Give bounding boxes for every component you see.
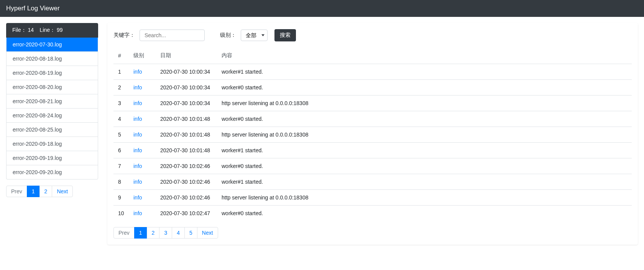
- file-list-item[interactable]: error-2020-09-20.log: [7, 165, 98, 179]
- table-row: 2info2020-07-30 10:00:34worker#0 started…: [113, 80, 632, 95]
- cell-date: 2020-07-30 10:02:46: [156, 174, 217, 190]
- file-list-item[interactable]: error-2020-08-25.log: [7, 122, 98, 137]
- filter-row: 关键字： 级别： 全部 搜索: [113, 29, 632, 41]
- cell-level: info: [129, 206, 156, 221]
- log-table: # 级别 日期 内容 1info2020-07-30 10:00:34worke…: [113, 48, 632, 221]
- cell-index: 4: [113, 111, 129, 127]
- th-date: 日期: [156, 48, 217, 64]
- table-row: 7info2020-07-30 10:02:46worker#0 started…: [113, 158, 632, 174]
- cell-content: worker#1 started.: [217, 64, 632, 80]
- table-row: 10info2020-07-30 10:02:47worker#0 starte…: [113, 206, 632, 221]
- main-container: File： 14 Line： 99 error-2020-07-30.loger…: [0, 17, 644, 251]
- cell-date: 2020-07-30 10:02:46: [156, 190, 217, 206]
- table-row: 8info2020-07-30 10:02:46worker#1 started…: [113, 174, 632, 190]
- main-panel: 关键字： 级别： 全部 搜索 # 级别 日期 内容 1info2020-07-3…: [107, 23, 638, 245]
- cell-level: info: [129, 174, 156, 190]
- cell-content: worker#1 started.: [217, 174, 632, 190]
- cell-content: worker#0 started.: [217, 111, 632, 127]
- pagination-item[interactable]: 1: [134, 227, 147, 239]
- pagination-item[interactable]: 3: [159, 227, 172, 239]
- file-list-item[interactable]: error-2020-08-19.log: [7, 66, 98, 80]
- table-row: 4info2020-07-30 10:01:48worker#0 started…: [113, 111, 632, 127]
- level-select[interactable]: 全部: [241, 30, 268, 41]
- file-count: 14: [28, 27, 34, 33]
- level-link[interactable]: info: [133, 194, 142, 201]
- file-list-item[interactable]: error-2020-09-19.log: [7, 151, 98, 165]
- level-link[interactable]: info: [133, 132, 142, 138]
- cell-date: 2020-07-30 10:01:48: [156, 111, 217, 127]
- file-list-item[interactable]: error-2020-09-18.log: [7, 137, 98, 151]
- cell-content: http server listening at 0.0.0.0:18308: [217, 127, 632, 143]
- cell-content: http server listening at 0.0.0.0:18308: [217, 95, 632, 111]
- cell-date: 2020-07-30 10:00:34: [156, 64, 217, 80]
- pagination-item: Prev: [6, 186, 27, 197]
- file-list-item[interactable]: error-2020-08-18.log: [7, 51, 98, 66]
- cell-index: 5: [113, 127, 129, 143]
- navbar: Hyperf Log Viewer: [0, 0, 644, 17]
- table-row: 9info2020-07-30 10:02:46http server list…: [113, 190, 632, 206]
- cell-index: 2: [113, 80, 129, 95]
- pagination-item[interactable]: 2: [39, 186, 53, 197]
- th-index: #: [113, 48, 129, 64]
- level-link[interactable]: info: [133, 116, 142, 122]
- cell-date: 2020-07-30 10:00:34: [156, 80, 217, 95]
- file-list-item[interactable]: error-2020-08-24.log: [7, 108, 98, 122]
- sidebar-pagination: Prev12Next: [6, 186, 98, 197]
- table-row: 3info2020-07-30 10:00:34http server list…: [113, 95, 632, 111]
- cell-level: info: [129, 143, 156, 158]
- level-link[interactable]: info: [133, 179, 142, 185]
- keyword-label: 关键字：: [113, 32, 135, 39]
- cell-level: info: [129, 80, 156, 95]
- level-link[interactable]: info: [133, 84, 142, 91]
- level-link[interactable]: info: [133, 210, 142, 216]
- cell-date: 2020-07-30 10:01:48: [156, 127, 217, 143]
- level-link[interactable]: info: [133, 147, 142, 153]
- pagination-item[interactable]: 4: [172, 227, 185, 239]
- cell-index: 1: [113, 64, 129, 80]
- cell-level: info: [129, 190, 156, 206]
- cell-level: info: [129, 64, 156, 80]
- pagination-item[interactable]: Next: [52, 186, 73, 197]
- cell-content: worker#0 started.: [217, 80, 632, 95]
- file-list: error-2020-07-30.logerror-2020-08-18.log…: [6, 38, 98, 179]
- table-row: 6info2020-07-30 10:01:48worker#1 started…: [113, 143, 632, 158]
- search-input[interactable]: [140, 30, 205, 41]
- th-level: 级别: [129, 48, 156, 64]
- cell-date: 2020-07-30 10:02:46: [156, 158, 217, 174]
- level-label: 级别：: [220, 32, 236, 39]
- cell-level: info: [129, 111, 156, 127]
- search-button[interactable]: 搜索: [274, 29, 296, 41]
- cell-date: 2020-07-30 10:02:47: [156, 206, 217, 221]
- pagination-item[interactable]: 2: [147, 227, 160, 239]
- level-link[interactable]: info: [133, 163, 142, 169]
- level-link[interactable]: info: [133, 69, 142, 75]
- pagination-item[interactable]: Next: [197, 227, 218, 239]
- cell-content: http server listening at 0.0.0.0:18308: [217, 190, 632, 206]
- cell-date: 2020-07-30 10:01:48: [156, 143, 217, 158]
- line-label: Line：: [40, 27, 55, 33]
- file-label: File：: [12, 27, 26, 33]
- table-row: 5info2020-07-30 10:01:48http server list…: [113, 127, 632, 143]
- sidebar-header: File： 14 Line： 99: [6, 23, 98, 38]
- level-link[interactable]: info: [133, 100, 142, 106]
- cell-content: worker#0 started.: [217, 206, 632, 221]
- app-title: Hyperf Log Viewer: [6, 5, 60, 12]
- file-list-item[interactable]: error-2020-07-30.log: [7, 38, 98, 51]
- th-content: 内容: [217, 48, 632, 64]
- cell-content: worker#1 started.: [217, 143, 632, 158]
- sidebar: File： 14 Line： 99 error-2020-07-30.loger…: [6, 23, 98, 197]
- cell-level: info: [129, 158, 156, 174]
- cell-index: 3: [113, 95, 129, 111]
- cell-index: 10: [113, 206, 129, 221]
- cell-level: info: [129, 95, 156, 111]
- line-count: 99: [57, 27, 63, 33]
- cell-date: 2020-07-30 10:00:34: [156, 95, 217, 111]
- pagination-item[interactable]: 5: [184, 227, 197, 239]
- cell-index: 6: [113, 143, 129, 158]
- file-list-item[interactable]: error-2020-08-21.log: [7, 94, 98, 108]
- file-list-item[interactable]: error-2020-08-20.log: [7, 80, 98, 94]
- pagination-item[interactable]: 1: [27, 186, 40, 197]
- cell-index: 9: [113, 190, 129, 206]
- table-row: 1info2020-07-30 10:00:34worker#1 started…: [113, 64, 632, 80]
- table-pagination: Prev12345Next: [113, 227, 632, 239]
